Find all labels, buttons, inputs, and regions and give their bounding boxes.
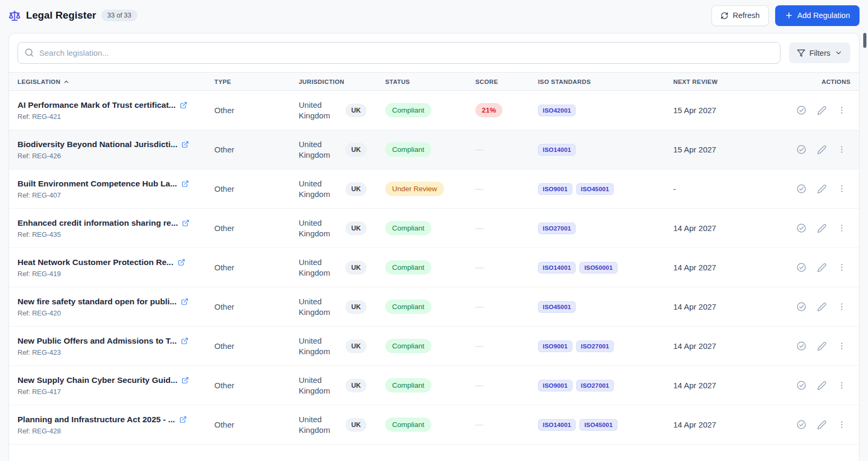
legislation-name[interactable]: New fire safety standard open for publi.… <box>18 297 177 306</box>
status-cell: Compliant <box>385 300 475 314</box>
more-options-button[interactable] <box>837 184 846 193</box>
table-row: Enhanced credit information sharing re..… <box>9 209 859 248</box>
iso-standard-badge: ISO14001 <box>538 419 576 431</box>
filters-label: Filters <box>810 49 830 57</box>
type-cell: Other <box>214 381 299 390</box>
actions-cell <box>786 105 850 115</box>
external-link-icon[interactable] <box>180 101 187 109</box>
edit-button[interactable] <box>817 263 827 272</box>
more-options-button[interactable] <box>837 381 846 390</box>
more-options-button[interactable] <box>837 106 846 115</box>
legislation-name[interactable]: New Supply Chain Cyber Security Guid... <box>18 375 177 385</box>
status-cell: Compliant <box>385 142 475 157</box>
legislation-ref: Ref: REG-419 <box>18 270 214 278</box>
column-header-jurisdiction: Jurisdiction <box>299 79 385 85</box>
edit-button[interactable] <box>817 184 827 194</box>
legislation-cell: Built Environment Competence Hub La... R… <box>18 179 214 199</box>
legislation-name[interactable]: Heat Network Customer Protection Re... <box>18 258 173 267</box>
mark-reviewed-button[interactable] <box>796 262 806 272</box>
more-options-button[interactable] <box>837 302 846 311</box>
add-regulation-label: Add Regulation <box>797 11 850 20</box>
jurisdiction-cell: United Kingdom UK <box>299 178 385 199</box>
jurisdiction-cell: United Kingdom UK <box>299 257 385 278</box>
external-link-icon[interactable] <box>178 259 185 266</box>
jurisdiction-code-badge: UK <box>345 261 367 275</box>
edit-button[interactable] <box>817 342 827 351</box>
score-empty-dash: — <box>475 224 483 233</box>
external-link-icon[interactable] <box>181 180 189 187</box>
table-row: New Public Offers and Admissions to T...… <box>9 327 859 366</box>
top-bar: Legal Register 33 of 33 Refresh Add Regu… <box>0 0 868 31</box>
refresh-button[interactable]: Refresh <box>711 5 769 26</box>
scales-icon <box>8 10 21 22</box>
mark-reviewed-button[interactable] <box>796 184 806 194</box>
jurisdiction-name: United Kingdom <box>299 336 337 356</box>
next-review-cell: - <box>673 184 786 193</box>
legislation-cell: Planning and Infrastructure Act 2025 - .… <box>18 415 214 435</box>
score-empty-dash: — <box>475 145 483 154</box>
table-row: AI Performance Mark of Trust certificat.… <box>9 91 859 130</box>
edit-button[interactable] <box>817 381 827 390</box>
mark-reviewed-button[interactable] <box>796 105 806 115</box>
filters-button[interactable]: Filters <box>789 42 850 63</box>
legislation-name[interactable]: Biodiversity Beyond National Jurisdicti.… <box>18 140 177 149</box>
more-options-button[interactable] <box>837 224 846 233</box>
external-link-icon[interactable] <box>181 298 188 305</box>
legislation-ref: Ref: REG-435 <box>18 230 214 238</box>
jurisdiction-name: United Kingdom <box>299 218 337 238</box>
more-options-button[interactable] <box>837 420 846 429</box>
mark-reviewed-button[interactable] <box>796 380 806 390</box>
column-header-legislation[interactable]: Legislation <box>18 79 214 85</box>
iso-standards-cell: ISO45001 <box>538 301 673 313</box>
next-review-cell: 14 Apr 2027 <box>673 420 786 429</box>
legislation-name[interactable]: AI Performance Mark of Trust certificat.… <box>18 100 176 110</box>
edit-button[interactable] <box>817 224 827 233</box>
jurisdiction-code-badge: UK <box>345 418 367 432</box>
column-header-type: Type <box>214 79 299 85</box>
legislation-name[interactable]: Enhanced credit information sharing re..… <box>18 218 178 228</box>
jurisdiction-name: United Kingdom <box>299 178 337 199</box>
mark-reviewed-button[interactable] <box>796 341 806 351</box>
vertical-scrollbar-thumb[interactable] <box>863 33 866 48</box>
iso-standard-badge: ISO42001 <box>538 105 576 116</box>
jurisdiction-name: United Kingdom <box>299 375 337 396</box>
external-link-icon[interactable] <box>181 141 189 148</box>
table-toolbar: Filters <box>9 33 859 72</box>
edit-button[interactable] <box>817 420 827 430</box>
score-cell: — <box>475 420 538 430</box>
iso-standard-badge: ISO27001 <box>576 380 614 391</box>
table-row: Heat Network Customer Protection Re... R… <box>9 248 859 287</box>
edit-button[interactable] <box>817 302 827 312</box>
more-options-button[interactable] <box>837 263 846 272</box>
external-link-icon[interactable] <box>179 416 187 423</box>
more-options-button[interactable] <box>837 145 846 154</box>
more-options-button[interactable] <box>837 342 846 351</box>
type-cell: Other <box>214 342 299 351</box>
legislation-ref: Ref: REG-417 <box>18 388 214 396</box>
external-link-icon[interactable] <box>181 337 188 345</box>
iso-standards-cell: ISO14001 <box>538 144 673 156</box>
add-regulation-button[interactable]: Add Regulation <box>775 5 860 26</box>
external-link-icon[interactable] <box>182 219 189 227</box>
legislation-name[interactable]: Planning and Infrastructure Act 2025 - .… <box>18 415 175 424</box>
status-badge: Compliant <box>385 339 431 353</box>
status-badge: Compliant <box>385 378 431 392</box>
legislation-cell: Heat Network Customer Protection Re... R… <box>18 258 214 278</box>
mark-reviewed-button[interactable] <box>796 302 806 312</box>
mark-reviewed-button[interactable] <box>796 223 806 233</box>
search-input[interactable] <box>18 42 780 64</box>
legislation-name[interactable]: Built Environment Competence Hub La... <box>18 179 177 189</box>
legislation-name[interactable]: New Public Offers and Admissions to T... <box>18 336 177 346</box>
edit-button[interactable] <box>817 106 827 115</box>
external-link-icon[interactable] <box>181 377 189 384</box>
iso-standard-badge: ISO50001 <box>579 262 617 274</box>
column-header-next-review: Next Review <box>673 79 786 85</box>
legislation-ref: Ref: REG-407 <box>18 191 214 199</box>
jurisdiction-code-badge: UK <box>345 143 367 157</box>
mark-reviewed-button[interactable] <box>796 420 806 430</box>
edit-button[interactable] <box>817 145 827 155</box>
score-cell: — <box>475 263 538 272</box>
mark-reviewed-button[interactable] <box>796 144 806 155</box>
iso-standard-badge: ISO9001 <box>538 183 572 195</box>
column-header-iso-standards: ISO Standards <box>538 79 673 85</box>
